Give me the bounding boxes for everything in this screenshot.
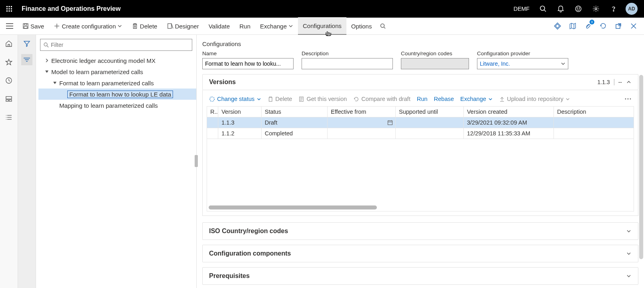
modules-icon[interactable] — [4, 113, 14, 122]
section-iso[interactable]: ISO Country/region codes — [202, 222, 638, 240]
workspace-icon[interactable] — [4, 94, 14, 104]
save-button[interactable]: Save — [18, 18, 49, 34]
cell-eff — [328, 128, 396, 139]
star-icon[interactable] — [4, 57, 14, 67]
table-row[interactable]: 1.1.2 Completed 12/29/2018 11:35:33 AM — [207, 128, 634, 139]
upload-label: Upload into repository — [507, 96, 564, 102]
create-config-label: Create configuration — [62, 23, 116, 30]
versions-summary-extra: -- — [618, 79, 622, 85]
svg-point-9 — [540, 6, 545, 10]
col-header-status[interactable]: Status — [262, 107, 328, 117]
ver-run-button[interactable]: Run — [417, 96, 428, 102]
delete-label: Delete — [140, 23, 157, 30]
tree-leaf-icon — [52, 103, 58, 108]
popout-icon[interactable] — [613, 20, 624, 32]
tree-item-child2[interactable]: Mapping to learn parameterized calls — [38, 100, 196, 111]
svg-rect-3 — [6, 8, 8, 10]
close-icon[interactable] — [628, 20, 639, 32]
filter-input[interactable] — [40, 39, 192, 51]
description-field[interactable] — [302, 58, 393, 69]
svg-point-49 — [44, 43, 47, 46]
configurations-label: Configurations — [303, 22, 342, 29]
search-icon[interactable] — [537, 3, 549, 14]
svg-rect-38 — [9, 100, 12, 101]
get-version-button[interactable]: Get this version — [298, 96, 347, 102]
upload-button[interactable]: Upload into repository — [499, 96, 570, 102]
cell-version: 1.1.2 — [218, 128, 262, 139]
filter-funnel-icon[interactable] — [21, 38, 32, 49]
svg-rect-21 — [24, 26, 27, 28]
home-icon[interactable] — [4, 39, 14, 48]
ver-exchange-button[interactable]: Exchange — [460, 96, 493, 102]
run-button[interactable]: Run — [235, 18, 256, 34]
diamond-icon[interactable] — [552, 20, 563, 32]
name-field[interactable] — [202, 58, 294, 69]
rebase-button[interactable]: Rebase — [434, 96, 454, 102]
company-code[interactable]: DEMF — [513, 6, 529, 12]
tree-leaf-icon — [60, 91, 66, 97]
chevron-right-icon[interactable] — [44, 58, 50, 63]
validate-label: Validate — [209, 23, 230, 30]
attachments-icon[interactable] — [582, 20, 594, 32]
search-command[interactable] — [376, 18, 389, 34]
exchange-button[interactable]: Exchange — [255, 18, 298, 34]
section-prereq[interactable]: Prerequisites — [202, 267, 638, 285]
vertical-scrollbar[interactable] — [639, 75, 643, 259]
clock-icon[interactable] — [4, 76, 14, 85]
col-header-desc[interactable]: Description — [554, 107, 634, 117]
avatar[interactable]: AD — [626, 3, 638, 15]
configurations-tab[interactable]: Configurations — [298, 17, 346, 35]
svg-marker-52 — [53, 82, 56, 84]
gear-icon[interactable] — [590, 3, 602, 14]
svg-point-26 — [381, 24, 384, 28]
more-actions-icon[interactable] — [624, 98, 632, 100]
save-label: Save — [30, 23, 44, 30]
refresh-icon[interactable] — [598, 20, 609, 32]
change-status-label: Change status — [217, 96, 255, 102]
field-label-provider: Configuration provider — [477, 50, 568, 56]
chevron-down-icon[interactable] — [44, 69, 50, 75]
provider-select[interactable]: Litware, Inc. — [477, 58, 568, 69]
create-config-button[interactable]: Create configuration — [49, 18, 127, 34]
svg-point-11 — [576, 6, 581, 12]
tree-item-root1[interactable]: Electronic ledger accounting model MX — [38, 55, 196, 66]
change-status-button[interactable]: Change status — [209, 96, 261, 102]
help-icon[interactable] — [608, 3, 619, 14]
tree-label: Format to learn parameterized calls — [59, 80, 154, 87]
ver-delete-label: Delete — [276, 96, 292, 102]
filter-lines-icon[interactable] — [21, 54, 32, 65]
col-header-sup[interactable]: Supported until — [396, 107, 464, 117]
section-prereq-label: Prerequisites — [209, 272, 250, 280]
col-header-eff[interactable]: Effective from — [328, 107, 396, 117]
versions-header[interactable]: Versions 1.1.3 -- — [202, 74, 638, 90]
map-icon[interactable] — [567, 20, 578, 32]
svg-rect-7 — [9, 10, 10, 12]
col-header-r[interactable]: R... — [207, 107, 218, 117]
tree-item-child1[interactable]: Format to learn parameterized calls — [38, 77, 196, 89]
table-row[interactable]: 1.1.3 Draft 3/29/2021 09:32:09 AM — [207, 117, 634, 128]
section-components[interactable]: Configuration components — [202, 245, 638, 262]
delete-button[interactable]: Delete — [127, 18, 162, 34]
chevron-down-icon[interactable] — [52, 80, 58, 86]
col-header-created[interactable]: Version created — [464, 107, 554, 117]
designer-button[interactable]: Designer — [162, 18, 204, 34]
horizontal-scrollbar[interactable] — [209, 205, 377, 209]
ver-delete-button[interactable]: Delete — [268, 96, 292, 102]
col-header-version[interactable]: Version — [218, 107, 262, 117]
provider-value: Litware, Inc. — [480, 60, 510, 67]
waffle-icon[interactable] — [2, 2, 16, 16]
hamburger-icon[interactable] — [2, 18, 18, 34]
validate-button[interactable]: Validate — [204, 18, 235, 34]
bell-icon[interactable] — [555, 3, 566, 14]
tree-item-child1a[interactable]: Format to learn how to lookup LE data — [38, 89, 196, 100]
tree-item-root2[interactable]: Model to learn parameterized calls — [38, 66, 196, 77]
country-codes-field[interactable] — [401, 58, 469, 69]
cell-eff[interactable] — [328, 117, 396, 128]
search-icon — [43, 42, 49, 48]
smiley-icon[interactable] — [573, 3, 584, 14]
svg-marker-34 — [6, 59, 12, 65]
rebase-label: Rebase — [434, 96, 454, 102]
options-button[interactable]: Options — [346, 18, 377, 34]
compare-draft-button[interactable]: Compare with draft — [353, 96, 411, 102]
versions-summary: 1.1.3 — [598, 79, 614, 85]
